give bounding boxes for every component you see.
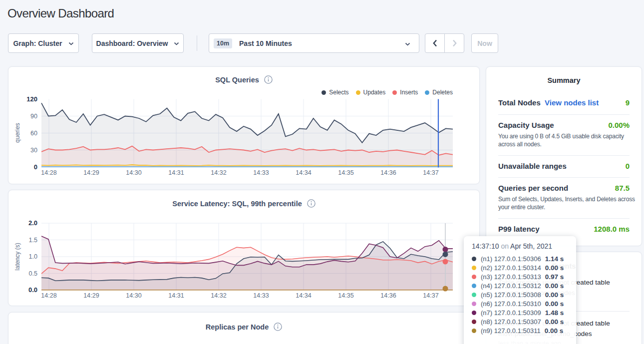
svg-text:60: 60: [30, 130, 37, 137]
svg-text:14:36: 14:36: [380, 169, 396, 176]
svg-text:0.0: 0.0: [28, 286, 37, 294]
svg-text:14:37: 14:37: [423, 292, 438, 299]
svg-text:14:35: 14:35: [338, 169, 353, 176]
svg-text:latency (s): latency (s): [14, 243, 21, 270]
svg-text:14:33: 14:33: [253, 292, 269, 299]
svg-text:1.0: 1.0: [29, 253, 37, 260]
svg-text:14:31: 14:31: [168, 169, 184, 176]
svg-text:2.0: 2.0: [28, 219, 37, 227]
svg-text:14:36: 14:36: [380, 292, 396, 299]
svg-text:30: 30: [30, 147, 37, 154]
svg-text:14:29: 14:29: [83, 169, 99, 176]
svg-text:14:28: 14:28: [41, 169, 56, 176]
svg-text:0: 0: [34, 163, 37, 171]
svg-text:14:34: 14:34: [296, 169, 311, 176]
svg-text:120: 120: [26, 95, 37, 103]
svg-text:0.5: 0.5: [29, 270, 37, 277]
svg-text:90: 90: [30, 113, 37, 120]
svg-text:14:30: 14:30: [126, 292, 141, 299]
svg-text:queries: queries: [14, 123, 21, 142]
svg-text:14:37: 14:37: [423, 169, 438, 176]
svg-text:1.5: 1.5: [29, 237, 37, 244]
svg-text:14:34: 14:34: [296, 292, 311, 299]
svg-text:14:28: 14:28: [41, 292, 56, 299]
svg-text:14:29: 14:29: [83, 292, 99, 299]
svg-text:14:31: 14:31: [168, 292, 184, 299]
svg-text:14:30: 14:30: [126, 169, 141, 176]
svg-text:14:32: 14:32: [211, 169, 226, 176]
svg-text:14:32: 14:32: [211, 292, 226, 299]
svg-text:14:33: 14:33: [253, 169, 269, 176]
svg-text:14:35: 14:35: [338, 292, 353, 299]
